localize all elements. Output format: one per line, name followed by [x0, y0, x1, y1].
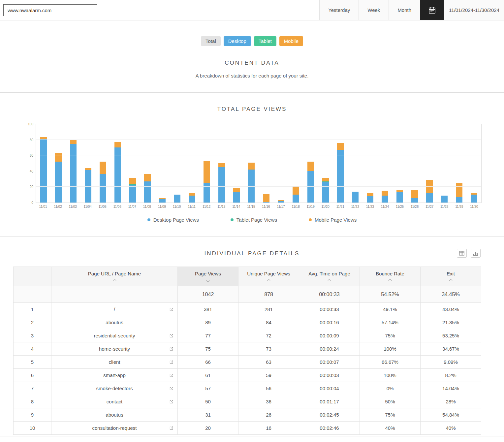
- cell-exit: 43.04%: [421, 303, 481, 316]
- cell-exit: 8.2%: [421, 369, 481, 382]
- y-tick-60: 60: [30, 154, 33, 157]
- external-link-icon[interactable]: [169, 386, 173, 391]
- bar-segment-desktop: [174, 195, 180, 203]
- bar-11-30: [466, 124, 481, 203]
- col-header-label: Exit: [422, 271, 480, 276]
- bar-segment-desktop: [411, 198, 418, 203]
- col-header-avg_time[interactable]: Avg. Time on Page: [299, 267, 360, 286]
- x-tick-11-30: 11/30: [467, 205, 482, 208]
- cell-exit: 40%: [421, 422, 481, 435]
- bar-segment-desktop: [100, 174, 106, 203]
- x-tick-11-13: 11/13: [214, 205, 229, 208]
- range-month-button[interactable]: Month: [389, 0, 420, 20]
- cell-avg_time: 00:00:09: [299, 329, 360, 342]
- cell-avg_time: 00:02:45: [299, 408, 360, 422]
- cell-bounce: 40%: [360, 422, 421, 435]
- cell-avg_time: 00:00:24: [299, 342, 360, 356]
- table-row: 9aboutus312600:02:4575%54.84%: [14, 408, 481, 422]
- filter-mobile-button[interactable]: Mobile: [279, 36, 303, 46]
- bar-11-17: [273, 124, 288, 203]
- bar-segment-mobile: [248, 163, 255, 170]
- external-link-icon[interactable]: [169, 307, 173, 311]
- summary-num: [14, 286, 51, 303]
- bar-11-29: [452, 124, 466, 203]
- col-header-views[interactable]: Page Views: [178, 267, 238, 286]
- page-name: residential-security: [94, 333, 135, 338]
- legend-mobile[interactable]: Mobile Page Views: [309, 217, 357, 223]
- x-tick-11-03: 11/03: [65, 205, 80, 208]
- cell-exit: 21.35%: [421, 316, 481, 329]
- filter-desktop-button[interactable]: Desktop: [224, 36, 251, 46]
- external-link-icon[interactable]: [169, 373, 173, 377]
- cell-name: client: [51, 356, 178, 369]
- external-link-icon[interactable]: [169, 426, 173, 430]
- range-week-button[interactable]: Week: [359, 0, 389, 20]
- cell-views: 61: [178, 369, 238, 382]
- external-link-icon[interactable]: [169, 360, 173, 364]
- x-tick-11-28: 11/28: [437, 205, 452, 208]
- cell-exit: 34.67%: [421, 342, 481, 356]
- bar-11-05: [95, 124, 110, 203]
- bar-11-20: [318, 124, 333, 203]
- cell-avg_time: 00:00:33: [299, 303, 360, 316]
- summary-bounce: 54.52%: [360, 286, 421, 303]
- legend-desktop[interactable]: Desktop Page Views: [147, 217, 199, 223]
- bar-segment-desktop: [144, 181, 151, 203]
- legend-tablet[interactable]: Tablet Page Views: [231, 217, 277, 223]
- bar-segment-mobile: [307, 162, 314, 171]
- summary-avg_time: 00:00:33: [299, 286, 360, 303]
- table-view-button[interactable]: [457, 249, 467, 258]
- gridline-20: [36, 186, 481, 187]
- x-tick-11-04: 11/04: [80, 205, 95, 208]
- filter-total-button[interactable]: Total: [201, 36, 221, 46]
- x-tick-11-12: 11/12: [199, 205, 214, 208]
- legend-label: Tablet Page Views: [236, 217, 277, 223]
- bar-segment-desktop: [352, 192, 359, 203]
- external-link-icon[interactable]: [169, 333, 173, 338]
- external-link-icon[interactable]: [169, 347, 173, 351]
- x-tick-11-15: 11/15: [244, 205, 259, 208]
- bar-segment-desktop: [456, 197, 462, 203]
- chevron-up-icon: [328, 279, 331, 282]
- col-header-label: Page Views: [179, 271, 237, 276]
- bar-segment-mobile: [456, 183, 462, 197]
- range-yesterday-button[interactable]: Yesterday: [319, 0, 359, 20]
- cell-views: 89: [178, 316, 238, 329]
- bar-segment-desktop: [55, 162, 62, 203]
- chevron-down-icon: [206, 279, 210, 282]
- view-toggles: [457, 249, 481, 258]
- bar-segment-mobile: [70, 140, 77, 144]
- cell-bounce: 100%: [360, 369, 421, 382]
- bar-segment-desktop: [293, 195, 299, 203]
- bar-segment-desktop: [70, 144, 77, 203]
- calendar-button[interactable]: [420, 0, 444, 20]
- external-link-icon[interactable]: [169, 399, 173, 404]
- x-tick-11-16: 11/16: [259, 205, 273, 208]
- table-row: 8contact503600:01:1750%28%: [14, 395, 481, 408]
- bar-segment-desktop: [426, 193, 433, 203]
- cell-num: 6: [14, 369, 51, 382]
- col-header-bounce[interactable]: Bounce Rate: [360, 267, 421, 286]
- bar-segment-mobile: [144, 174, 151, 181]
- cell-views: 50: [178, 395, 238, 408]
- site-url-input[interactable]: [3, 4, 97, 16]
- cell-bounce: 57.14%: [360, 316, 421, 329]
- page-name: smoke-detectors: [96, 386, 133, 391]
- cell-exit: 53.25%: [421, 329, 481, 342]
- bar-segment-desktop: [263, 202, 269, 203]
- page-name: contact: [107, 399, 122, 404]
- chart-x-axis: 11/0111/0211/0311/0411/0511/0611/0711/08…: [36, 205, 482, 208]
- col-header-exit[interactable]: Exit: [421, 267, 481, 286]
- cell-unique: 73: [238, 342, 299, 356]
- page-name: aboutus: [106, 412, 123, 418]
- cell-bounce: 50%: [360, 395, 421, 408]
- x-tick-11-09: 11/09: [155, 205, 170, 208]
- bar-11-12: [199, 124, 214, 203]
- cell-bounce: 100%: [360, 342, 421, 356]
- summary-views: 1042: [178, 286, 238, 303]
- col-header-name[interactable]: Page URL / Page Name: [51, 267, 178, 286]
- chart-view-button[interactable]: [471, 249, 481, 258]
- section-divider-2: [0, 237, 504, 237]
- filter-tablet-button[interactable]: Tablet: [254, 36, 276, 46]
- col-header-unique[interactable]: Unique Page Views: [238, 267, 299, 286]
